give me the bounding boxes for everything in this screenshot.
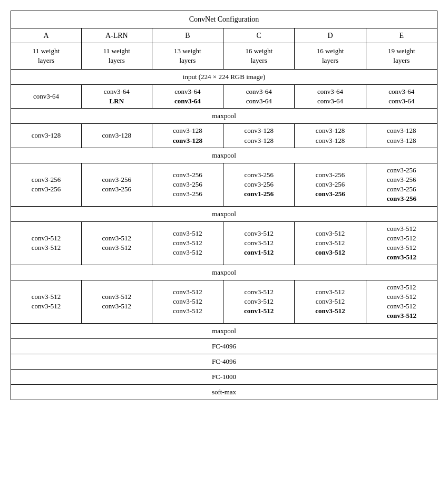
weight-e: 19 weightlayers (366, 43, 437, 69)
cell-b-conv256: conv3-256conv3-256conv3-256 (152, 163, 223, 206)
cell-a-conv64: conv3-64 (11, 84, 82, 108)
conv512b-row: conv3-512conv3-512 conv3-512conv3-512 co… (11, 280, 437, 323)
cell-c-conv256: conv3-256conv3-256conv1-256 (223, 163, 295, 206)
cell-b-conv512b: conv3-512conv3-512conv3-512 (152, 280, 223, 323)
cell-alrn-conv512a: conv3-512conv3-512 (81, 221, 152, 265)
conv64-row: conv3-64 conv3-64LRN conv3-64conv3-64 co… (11, 84, 437, 108)
cell-b-conv512a: conv3-512conv3-512conv3-512 (152, 221, 223, 265)
cell-c-conv64: conv3-64conv3-64 (223, 84, 295, 108)
weight-layers-row: 11 weightlayers 11 weightlayers 13 weigh… (11, 43, 437, 69)
column-headers: A A-LRN B C D E (11, 28, 437, 43)
footer-maxpool: maxpool (11, 323, 437, 338)
input-row: input (224 × 224 RGB image) (11, 69, 437, 84)
softmax-label: soft-max (11, 385, 437, 400)
cell-a-conv256: conv3-256conv3-256 (11, 163, 82, 206)
cell-alrn-conv512b: conv3-512conv3-512 (81, 280, 152, 323)
col-c: C (223, 28, 295, 43)
cell-d-conv512b: conv3-512conv3-512conv3-512 (295, 280, 366, 323)
cell-e-conv64: conv3-64conv3-64 (366, 84, 437, 108)
cell-e-conv512b: conv3-512conv3-512conv3-512conv3-512 (366, 280, 437, 323)
col-a: A (11, 28, 82, 43)
cell-d-conv128: conv3-128conv3-128 (295, 124, 366, 148)
cell-alrn-conv64: conv3-64LRN (81, 84, 152, 108)
input-label: input (224 × 224 RGB image) (11, 69, 437, 84)
conv256-row: conv3-256conv3-256 conv3-256conv3-256 co… (11, 163, 437, 206)
cell-alrn-conv128: conv3-128 (81, 124, 152, 148)
cell-b-conv64: conv3-64conv3-64 (152, 84, 223, 108)
cell-b-conv128: conv3-128conv3-128 (152, 124, 223, 148)
weight-d: 16 weightlayers (295, 43, 366, 69)
col-b: B (152, 28, 223, 43)
cell-e-conv512a: conv3-512conv3-512conv3-512conv3-512 (366, 221, 437, 265)
title-row: ConvNet Configuration (11, 11, 437, 28)
maxpool-row-2: maxpool (11, 148, 437, 163)
cell-d-conv64: conv3-64conv3-64 (295, 84, 366, 108)
fc1000-label: FC-1000 (11, 370, 437, 385)
col-a-lrn: A-LRN (81, 28, 152, 43)
maxpool-2: maxpool (11, 148, 437, 163)
footer-softmax: soft-max (11, 385, 437, 400)
cell-d-conv256: conv3-256conv3-256conv3-256 (295, 163, 366, 206)
col-d: D (295, 28, 366, 43)
cell-a-conv512a: conv3-512conv3-512 (11, 221, 82, 265)
conv128-row: conv3-128 conv3-128 conv3-128conv3-128 c… (11, 124, 437, 148)
weight-c: 16 weightlayers (223, 43, 295, 69)
cell-a-conv128: conv3-128 (11, 124, 82, 148)
weight-b: 13 weightlayers (152, 43, 223, 69)
cell-c-conv128: conv3-128conv3-128 (223, 124, 295, 148)
weight-a: 11 weightlayers (11, 43, 82, 69)
cell-a-conv512b: conv3-512conv3-512 (11, 280, 82, 323)
maxpool-4: maxpool (11, 265, 437, 280)
maxpool-row-3: maxpool (11, 206, 437, 221)
cell-alrn-conv256: conv3-256conv3-256 (81, 163, 152, 206)
cell-c-conv512b: conv3-512conv3-512conv1-512 (223, 280, 295, 323)
maxpool-row-4: maxpool (11, 265, 437, 280)
maxpool-row-1: maxpool (11, 109, 437, 124)
table-title: ConvNet Configuration (11, 11, 437, 28)
fc4096-2-label: FC-4096 (11, 354, 437, 369)
cell-e-conv128: conv3-128conv3-128 (366, 124, 437, 148)
footer-fc4096-2: FC-4096 (11, 354, 437, 369)
footer-fc1000: FC-1000 (11, 370, 437, 385)
cell-e-conv256: conv3-256conv3-256conv3-256conv3-256 (366, 163, 437, 206)
col-e: E (366, 28, 437, 43)
conv512a-row: conv3-512conv3-512 conv3-512conv3-512 co… (11, 221, 437, 265)
cell-d-conv512a: conv3-512conv3-512conv3-512 (295, 221, 366, 265)
fc4096-1-label: FC-4096 (11, 338, 437, 354)
maxpool-3: maxpool (11, 206, 437, 221)
convnet-config-table: ConvNet Configuration A A-LRN B C D E 11… (11, 11, 437, 400)
maxpool-1: maxpool (11, 109, 437, 124)
footer-maxpool-label: maxpool (11, 323, 437, 338)
cell-c-conv512a: conv3-512conv3-512conv1-512 (223, 221, 295, 265)
weight-a-lrn: 11 weightlayers (81, 43, 152, 69)
footer-fc4096-1: FC-4096 (11, 338, 437, 354)
